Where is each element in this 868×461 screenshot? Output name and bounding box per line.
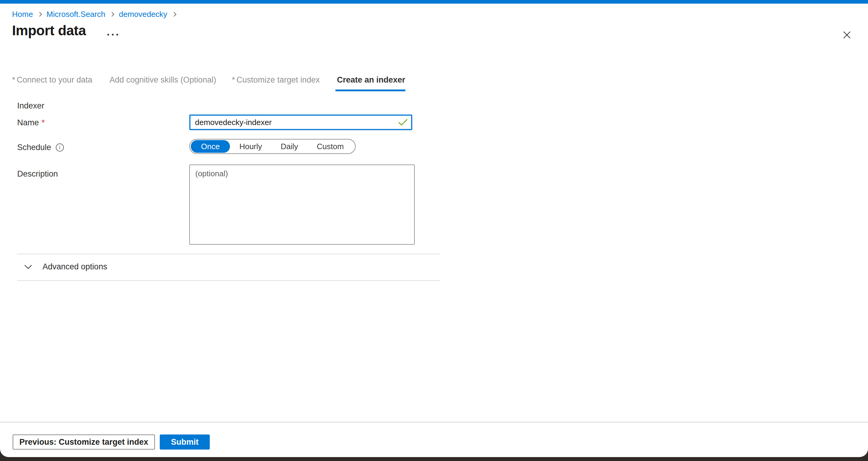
description-textarea[interactable] bbox=[189, 164, 415, 245]
schedule-option-hourly[interactable]: Hourly bbox=[230, 140, 271, 153]
schedule-option-daily[interactable]: Daily bbox=[271, 140, 307, 153]
description-label-text: Description bbox=[17, 169, 58, 179]
schedule-label-text: Schedule bbox=[17, 143, 51, 152]
tab-label: Add cognitive skills (Optional) bbox=[110, 75, 216, 84]
tab-connect-to-your-data[interactable]: *Connect to your data bbox=[12, 75, 92, 91]
submit-button[interactable]: Submit bbox=[160, 434, 210, 450]
description-label: Description bbox=[17, 169, 58, 179]
schedule-label: Schedule i bbox=[17, 143, 64, 152]
chevron-down-icon bbox=[24, 265, 32, 269]
tab-customize-target-index[interactable]: *Customize target index bbox=[232, 75, 320, 91]
schedule-toggle-group: Once Hourly Daily Custom bbox=[189, 139, 355, 154]
advanced-options-label: Advanced options bbox=[42, 262, 107, 272]
info-icon[interactable]: i bbox=[56, 144, 64, 152]
tab-add-cognitive-skills[interactable]: Add cognitive skills (Optional) bbox=[108, 75, 216, 91]
breadcrumb-chevron-icon bbox=[37, 12, 42, 17]
breadcrumb: Home Microsoft.Search demovedecky bbox=[12, 10, 181, 19]
tab-create-an-indexer[interactable]: Create an indexer bbox=[336, 75, 405, 91]
close-icon[interactable] bbox=[840, 28, 854, 41]
breadcrumb-chevron-icon bbox=[172, 12, 177, 17]
tab-label: Connect to your data bbox=[17, 75, 93, 84]
import-data-panel: Home Microsoft.Search demovedecky Import… bbox=[0, 0, 868, 457]
footer-divider bbox=[0, 422, 868, 423]
required-marker: * bbox=[12, 75, 16, 84]
divider bbox=[17, 280, 440, 281]
page-title: Import data bbox=[12, 22, 86, 38]
required-asterisk: * bbox=[41, 118, 45, 127]
schedule-option-once[interactable]: Once bbox=[191, 140, 230, 153]
breadcrumb-demovedecky-link[interactable]: demovedecky bbox=[119, 10, 167, 19]
breadcrumb-home-link[interactable]: Home bbox=[12, 10, 33, 19]
indexer-section-label: Indexer bbox=[17, 101, 44, 111]
more-options-icon[interactable] bbox=[105, 32, 120, 37]
name-input-wrap bbox=[189, 115, 412, 130]
divider bbox=[17, 254, 440, 254]
wizard-tabs: *Connect to your data Add cognitive skil… bbox=[12, 75, 405, 91]
valid-check-icon bbox=[398, 119, 408, 127]
tab-label: Create an indexer bbox=[337, 75, 405, 84]
name-label-text: Name bbox=[17, 118, 39, 127]
previous-customize-target-index-button[interactable]: Previous: Customize target index bbox=[13, 434, 155, 450]
tab-label: Customize target index bbox=[237, 75, 320, 84]
indexer-name-input[interactable] bbox=[189, 115, 412, 130]
name-label: Name* bbox=[17, 118, 45, 127]
breadcrumb-microsoft-search-link[interactable]: Microsoft.Search bbox=[46, 10, 105, 19]
portal-top-accent-bar bbox=[0, 0, 868, 4]
required-marker: * bbox=[232, 75, 235, 84]
schedule-option-custom[interactable]: Custom bbox=[307, 140, 353, 153]
breadcrumb-chevron-icon bbox=[110, 12, 115, 17]
advanced-options-toggle[interactable]: Advanced options bbox=[21, 260, 110, 273]
